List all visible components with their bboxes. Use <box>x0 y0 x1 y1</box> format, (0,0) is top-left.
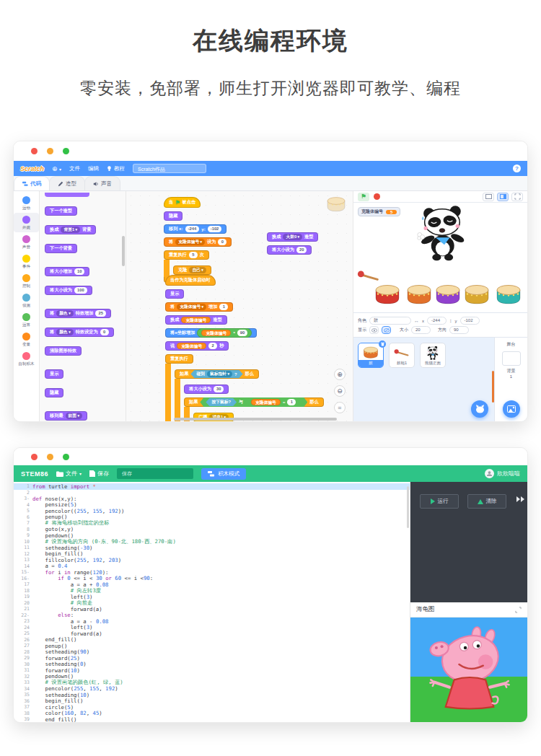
scratch-block[interactable]: 显示 <box>165 285 184 299</box>
sprite-thumbnail-drumstick[interactable]: 鼓槌1 <box>389 343 415 368</box>
scratch-block[interactable]: 换成大鼓0造型 <box>267 228 318 242</box>
scratch-block[interactable]: 当作为克隆体启动时 <box>165 271 216 286</box>
add-backdrop-button[interactable] <box>503 400 520 418</box>
category-变量[interactable]: 变量 <box>14 330 39 349</box>
code-line[interactable]: 11 setheading(-30) <box>14 545 410 551</box>
code-line[interactable]: 13 fillcolor(255, 192, 203) <box>14 557 410 563</box>
code-line[interactable]: 16- if 0 <= i < 30 or 60 <= i <90: <box>14 576 410 582</box>
sprite-name-input[interactable]: 鼓 <box>369 317 411 325</box>
block-input[interactable]: 100 <box>74 287 87 294</box>
script-area[interactable]: 当⚑被点击隐藏移到 x:-244y:-102将克隆体编号设为0重复执行5次克隆自… <box>126 191 353 422</box>
scratch-block[interactable]: 将克隆体编号设为0 <box>164 233 232 247</box>
maximize-window-icon[interactable] <box>63 148 69 154</box>
code-line[interactable]: 31 forward(10) <box>14 667 410 674</box>
maximize-window-icon[interactable] <box>63 454 69 460</box>
block-mode-button[interactable]: 积木模式 <box>201 468 246 480</box>
code-line[interactable]: 27 penup() <box>14 643 410 649</box>
code-line[interactable]: 12 begin_fill() <box>14 551 410 558</box>
scratch-block[interactable]: 移到 x:-244y:-102 <box>164 220 226 234</box>
scratch-block[interactable]: 将大小设为30 <box>184 380 229 394</box>
scratch-block[interactable]: 将颜色特效增加25 <box>45 304 111 318</box>
palette-scrollbar[interactable] <box>122 236 125 266</box>
code-line[interactable]: 7 # 将海龟移动到指定的坐标 <box>14 520 410 527</box>
block-stack[interactable]: 当⚑被点击隐藏移到 x:-244y:-102将克隆体编号设为0重复执行5次克隆自… <box>164 194 232 283</box>
run-button[interactable]: 运行 <box>420 494 459 509</box>
scratch-block[interactable]: 隐藏 <box>45 384 63 397</box>
code-line[interactable]: 14 a = 0.4 <box>14 563 410 570</box>
drum-clone-2[interactable] <box>405 283 434 309</box>
category-运动[interactable]: 运动 <box>14 193 39 213</box>
fast-forward-button[interactable] <box>516 496 524 502</box>
code-line[interactable]: 35 setheading(10) <box>14 692 410 698</box>
code-line[interactable]: 21 forward(a) <box>14 606 410 612</box>
scratch-block[interactable]: 将颜色特效设定为0 <box>45 323 114 337</box>
block-dropdown[interactable]: 颜色 <box>56 310 74 317</box>
zoom-in-button[interactable]: ⊕ <box>334 369 346 380</box>
category-声音[interactable]: 声音 <box>14 232 39 252</box>
variable-reporter[interactable]: 克隆体编号 <box>201 330 231 336</box>
help-icon[interactable]: ? <box>513 164 521 172</box>
code-line[interactable]: 23 a = a - 0.08 <box>14 618 410 625</box>
code-line[interactable]: 20 # 向前走 <box>14 600 410 607</box>
scratch-block[interactable]: 换成背景1背景 <box>45 221 96 234</box>
user-account[interactable]: 欣欣嘻嘻 <box>485 469 520 478</box>
scratch-logo[interactable]: Scratch <box>20 165 44 172</box>
script-horizontal-scrollbar[interactable] <box>174 418 337 421</box>
hide-sprite-button[interactable] <box>382 326 391 334</box>
panda-sprite[interactable] <box>417 206 472 262</box>
scratch-block[interactable]: 下一个造型 <box>45 202 77 216</box>
block-stack[interactable]: 换成大鼓0造型将大小设为20 <box>267 229 318 255</box>
large-stage-icon[interactable] <box>497 193 509 201</box>
code-line[interactable]: 10 # 设置海龟的方向 (0-东、90-北、180-西、270-南) <box>14 539 410 545</box>
code-line[interactable]: 37 circle(5) <box>14 704 410 711</box>
drum-clone-5[interactable] <box>494 283 523 309</box>
drumstick-sprite[interactable] <box>357 270 380 283</box>
stop-button[interactable] <box>374 193 380 200</box>
block-dropdown[interactable]: 鼠标指针 <box>207 371 232 377</box>
scratch-block[interactable]: 隐藏 <box>164 207 182 221</box>
code-line[interactable]: 33 # 设置画笔的颜色(红, 绿, 蓝) <box>14 680 410 686</box>
clear-button[interactable]: 清除 <box>467 494 506 509</box>
scratch-block[interactable]: 下一个背景 <box>45 239 77 253</box>
tab-code[interactable]: 代码 <box>14 176 50 190</box>
code-line[interactable]: 18 # 向左转3度 <box>14 588 410 594</box>
block-input[interactable]: 20 <box>296 247 307 253</box>
minimize-window-icon[interactable] <box>47 454 53 460</box>
block-input[interactable]: 30 <box>214 386 224 392</box>
save-button[interactable]: 保存 <box>89 470 109 478</box>
category-事件[interactable]: 事件 <box>14 252 39 271</box>
scratch-block[interactable]: 显示 <box>45 365 63 379</box>
green-flag-button[interactable]: ⚑ <box>358 193 369 201</box>
variable-monitor[interactable]: 克隆体编号 5 <box>358 207 400 216</box>
project-name-input[interactable]: Scratch作品 <box>133 164 206 173</box>
code-line[interactable]: 25 forward(a) <box>14 630 410 637</box>
code-line[interactable]: 8 goto(x,y) <box>14 527 410 533</box>
variable-reporter[interactable]: 克隆体编号 <box>177 343 206 349</box>
code-line[interactable]: 30 setheading(0) <box>14 662 410 668</box>
block-dropdown[interactable]: 前面 <box>66 413 83 419</box>
block-dropdown[interactable]: 背景1 <box>61 227 80 233</box>
scratch-block[interactable]: 将大小设为100 <box>45 281 92 295</box>
code-line[interactable]: 15- for i in range(120): <box>14 569 410 576</box>
block-dropdown[interactable]: 克隆体编号 <box>175 239 205 245</box>
code-line[interactable]: 2 <box>14 490 410 496</box>
expand-icon[interactable] <box>515 607 522 613</box>
minimize-window-icon[interactable] <box>47 148 53 154</box>
code-editor[interactable]: 1from turtle import *23-def nose(x,y):4 … <box>14 482 410 723</box>
block-stack[interactable]: 当作为克隆体启动时显示将克隆体编号增加1换成克隆体编号造型将x坐标增加克隆体编号… <box>165 272 324 422</box>
scratch-block[interactable]: 清除图形特效 <box>45 342 82 356</box>
scratch-block[interactable]: 将大小增加10 <box>45 263 89 276</box>
close-window-icon[interactable] <box>31 454 38 460</box>
sprite-x-input[interactable]: -244 <box>427 317 447 325</box>
scratch-block[interactable]: 换成克隆体编号造型 <box>165 311 227 325</box>
scratch-block[interactable]: 将x坐标增加克隆体编号*90 <box>165 324 257 338</box>
scratch-block[interactable]: 重复执行如果碰到鼠标指针?那么将大小设为30如果按下鼠标?与克隆体编号=1那么广… <box>165 350 324 422</box>
drum-clone-1[interactable] <box>373 283 402 309</box>
variable-reporter[interactable]: 克隆体编号 <box>251 399 281 405</box>
backdrop-thumbnail[interactable] <box>502 351 521 366</box>
code-line[interactable]: 1from turtle import * <box>14 483 410 490</box>
zoom-out-button[interactable]: ⊖ <box>334 385 346 397</box>
block-dropdown[interactable]: 颜色 <box>56 329 74 335</box>
tab-sounds[interactable]: 声音 <box>84 176 120 190</box>
menu-edit[interactable]: 编辑 <box>88 165 99 172</box>
